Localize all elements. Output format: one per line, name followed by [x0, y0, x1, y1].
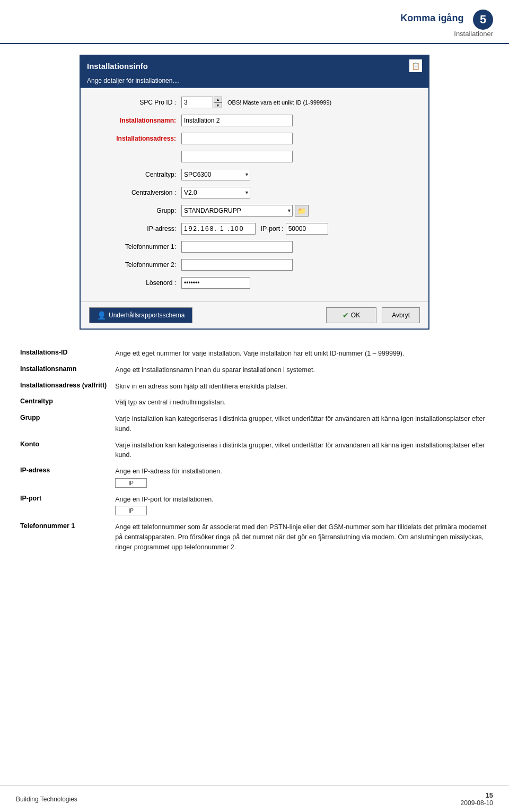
- ref-desc: Varje installation kan kategoriseras i d…: [111, 437, 493, 464]
- ref-desc: Skriv in en adress som hjälp att identif…: [111, 378, 493, 395]
- maint-icon: 👤: [97, 311, 106, 319]
- ref-term: Konto: [16, 437, 111, 464]
- ref-table-row: Installations-IDAnge ett eget nummer för…: [16, 345, 493, 362]
- ref-desc: Ange ett eget nummer för varje installat…: [111, 345, 493, 362]
- maint-label: Underhållsrapportsschema: [109, 312, 185, 319]
- ref-term: IP-adress: [16, 463, 111, 491]
- ref-table-row: KontoVarje installation kan kategorisera…: [16, 437, 493, 464]
- ip-port-label: IP-port :: [261, 225, 284, 232]
- header-title: Komma igång: [400, 13, 463, 23]
- ok-label: OK: [351, 312, 360, 319]
- main-content: Installationsinfo 📋 Ange detaljer för in…: [0, 44, 509, 566]
- ref-table: Installations-IDAnge ett eget nummer för…: [16, 345, 493, 555]
- ip-adress-input[interactable]: 192.168. 1 .100: [181, 223, 256, 235]
- ref-desc: Ange en IP-port för installationen.IP: [111, 491, 493, 520]
- ref-term: Centraltyp: [16, 394, 111, 411]
- ref-table-row: GruppVarje installation kan kategorisera…: [16, 411, 493, 437]
- header-subtitle: Installationer: [454, 30, 493, 38]
- ip-box: IP: [115, 478, 147, 488]
- ip-port-input[interactable]: 50000: [286, 223, 328, 235]
- ref-term: Installationsnamn: [16, 362, 111, 378]
- maint-button[interactable]: 👤 Underhållsrapportsschema: [89, 307, 192, 323]
- telefonnummer1-label: Telefonnummer 1:: [91, 243, 181, 250]
- installationsadress-input1[interactable]: [181, 133, 293, 144]
- ref-table-row: IP-portAnge en IP-port för installatione…: [16, 491, 493, 520]
- centraltyp-select-wrapper[interactable]: SPC6300 ▼: [181, 169, 250, 180]
- dialog-box: Installationsinfo 📋 Ange detaljer för in…: [80, 55, 429, 330]
- spinner-buttons: ▲ ▼: [214, 97, 222, 108]
- telefonnummer2-label: Telefonnummer 2:: [91, 261, 181, 269]
- ref-term: IP-port: [16, 491, 111, 520]
- grupp-folder-button[interactable]: 📁: [295, 205, 309, 217]
- telefonnummer2-row: Telefonnummer 2:: [91, 258, 418, 272]
- ref-desc: Varje installation kan kategoriseras i d…: [111, 411, 493, 437]
- dialog-title: Installationsinfo: [87, 62, 148, 71]
- spc-pro-id-spinner[interactable]: 3 ▲ ▼: [181, 97, 222, 108]
- telefonnummer1-row: Telefonnummer 1:: [91, 240, 418, 254]
- centralversion-label: Centralversion :: [91, 189, 181, 196]
- ref-table-row: CentraltypVälj typ av central i nedrulln…: [16, 394, 493, 411]
- obs-text: OBS! Måste vara ett unikt ID (1-999999): [227, 99, 331, 106]
- spc-pro-id-label: SPC Pro ID :: [91, 99, 181, 106]
- footer-company: Building Technologies: [16, 796, 77, 803]
- grupp-select[interactable]: STANDARDGRUPP: [181, 205, 293, 217]
- spc-pro-id-input[interactable]: 3: [181, 97, 213, 108]
- ip-adress-label: IP-adress:: [91, 225, 181, 232]
- installationsnamn-row: Installationsnamn: Installation 2: [91, 114, 418, 127]
- telefonnummer2-input[interactable]: [181, 259, 293, 271]
- ip-box: IP: [115, 506, 147, 515]
- dialog-footer: 👤 Underhållsrapportsschema ✔ OK Avbryt: [81, 301, 428, 329]
- ref-term: Installationsadress (valfritt): [16, 378, 111, 395]
- ok-icon: ✔: [343, 311, 349, 319]
- ok-button[interactable]: ✔ OK: [326, 307, 376, 323]
- centralversion-select[interactable]: V2.0: [181, 187, 250, 198]
- centraltyp-select[interactable]: SPC6300: [181, 169, 250, 180]
- grupp-select-wrapper[interactable]: STANDARDGRUPP ▼: [181, 205, 293, 217]
- ip-adress-row: IP-adress: 192.168. 1 .100 IP-port : 500…: [91, 222, 418, 236]
- centraltyp-row: Centraltyp: SPC6300 ▼: [91, 168, 418, 182]
- ref-term: Telefonnummer 1: [16, 519, 111, 555]
- installationsadress-row1: Installationsadress:: [91, 132, 418, 145]
- ref-term: Installations-ID: [16, 345, 111, 362]
- footer-date: 2009-08-10: [461, 799, 493, 807]
- grupp-row: Grupp: STANDARDGRUPP ▼ 📁: [91, 204, 418, 218]
- installationsadress-input2[interactable]: [181, 151, 293, 162]
- footer-page-num: 15: [486, 791, 493, 799]
- page-header: Komma igång 5 Installationer: [0, 0, 509, 44]
- ref-desc: Ange ett installationsnamn innan du spar…: [111, 362, 493, 378]
- losenord-row: Lösenord :: [91, 276, 418, 290]
- ref-table-row: Telefonnummer 1Ange ett telefonnummer so…: [16, 519, 493, 555]
- grupp-label: Grupp:: [91, 207, 181, 214]
- ref-desc: Ange en IP-adress för installationen.IP: [111, 463, 493, 491]
- spinner-down[interactable]: ▼: [214, 102, 222, 108]
- ref-desc: Ange ett telefonnummer som är associerat…: [111, 519, 493, 555]
- header-right: Komma igång 5 Installationer: [400, 10, 493, 38]
- page-number: 5: [473, 10, 493, 30]
- telefonnummer1-input[interactable]: [181, 241, 293, 253]
- ref-desc: Välj typ av central i nedrullningslistan…: [111, 394, 493, 411]
- spinner-up[interactable]: ▲: [214, 97, 222, 102]
- spc-pro-id-row: SPC Pro ID : 3 ▲ ▼ OBS! Måste vara ett u…: [91, 96, 418, 109]
- ref-table-row: InstallationsnamnAnge ett installationsn…: [16, 362, 493, 378]
- dialog-titlebar: Installationsinfo 📋: [81, 56, 428, 76]
- dialog-icon: 📋: [409, 59, 422, 72]
- installationsnamn-label: Installationsnamn:: [91, 117, 181, 124]
- dialog-subtitle: Ange detaljer för installationen....: [81, 76, 428, 88]
- centralversion-select-wrapper[interactable]: V2.0 ▼: [181, 187, 250, 198]
- ref-term: Grupp: [16, 411, 111, 437]
- installationsadress-label: Installationsadress:: [91, 135, 181, 142]
- losenord-input[interactable]: [181, 277, 250, 289]
- losenord-label: Lösenord :: [91, 279, 181, 287]
- installationsadress-row2: [91, 150, 418, 163]
- page-footer: Building Technologies 15 2009-08-10: [0, 785, 509, 812]
- installationsnamn-input[interactable]: Installation 2: [181, 115, 293, 126]
- footer-right: 15 2009-08-10: [461, 791, 493, 807]
- cancel-button[interactable]: Avbryt: [382, 307, 420, 323]
- centralversion-row: Centralversion : V2.0 ▼: [91, 186, 418, 200]
- ref-table-row: IP-adressAnge en IP-adress för installat…: [16, 463, 493, 491]
- centraltyp-label: Centraltyp:: [91, 171, 181, 178]
- dialog-body: SPC Pro ID : 3 ▲ ▼ OBS! Måste vara ett u…: [81, 88, 428, 301]
- ref-table-row: Installationsadress (valfritt)Skriv in e…: [16, 378, 493, 395]
